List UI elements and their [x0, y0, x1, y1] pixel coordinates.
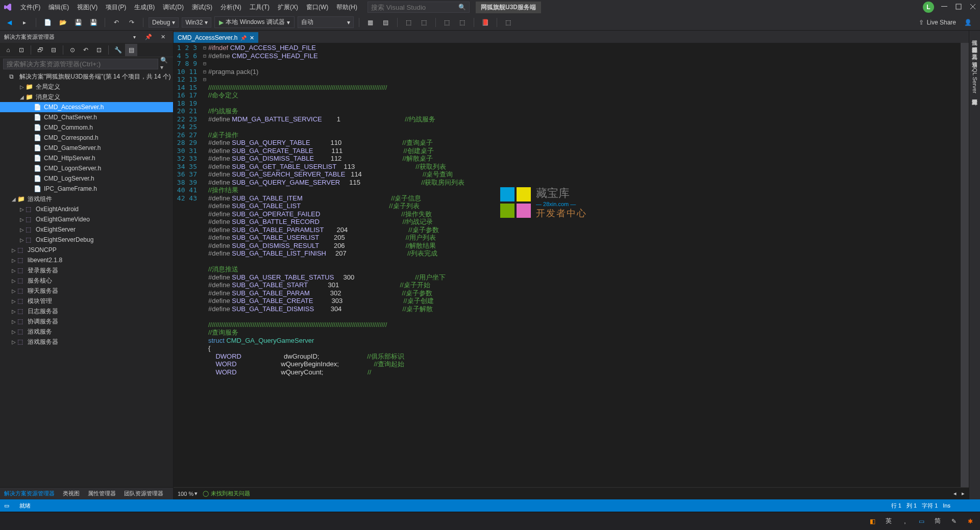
- auto-dropdown[interactable]: 自动▾: [298, 16, 354, 28]
- menu-item[interactable]: 调试(D): [159, 2, 188, 13]
- twister-icon[interactable]: ▷: [10, 247, 17, 253]
- status-line[interactable]: 行 1: [891, 502, 901, 510]
- tb-icon-5[interactable]: ⬚: [441, 16, 453, 29]
- tree-row[interactable]: ⧉解决方案"网狐旗舰U3D服务端"(第 14 个项目，共 14 个): [0, 71, 173, 82]
- tree-row[interactable]: ▷⬚OxEightServerDebug: [0, 235, 173, 245]
- twister-icon[interactable]: ▷: [10, 278, 17, 284]
- tree-row[interactable]: ◢📁消息定义: [0, 92, 173, 102]
- tree-row[interactable]: ▷⬚libevent2.1.8: [0, 255, 173, 265]
- twister-icon[interactable]: ▷: [10, 319, 17, 324]
- tree-row[interactable]: ▷📁全局定义: [0, 82, 173, 92]
- tree-row[interactable]: ▷⬚服务核心: [0, 275, 173, 286]
- side-tab[interactable]: 属性: [970, 33, 979, 39]
- sync-icon[interactable]: ⊡: [15, 44, 28, 56]
- twister-icon[interactable]: ▷: [10, 258, 17, 263]
- menu-item[interactable]: 扩展(X): [274, 2, 302, 13]
- solution-tree[interactable]: ⧉解决方案"网狐旗舰U3D服务端"(第 14 个项目，共 14 个)▷📁全局定义…: [0, 70, 173, 487]
- menu-item[interactable]: 窗口(W): [302, 2, 332, 13]
- filter-icon[interactable]: ▤: [125, 44, 137, 56]
- close-icon[interactable]: ✕: [157, 31, 169, 43]
- twister-icon[interactable]: ▷: [18, 237, 26, 243]
- panel-tab[interactable]: 属性管理器: [84, 488, 120, 499]
- tb-icon-6[interactable]: ⬚: [456, 16, 469, 29]
- tb-icon-3[interactable]: ⬚: [403, 16, 415, 29]
- live-share-button[interactable]: ⇪ Live Share 👤: [914, 19, 977, 26]
- config-dropdown[interactable]: Debug▾: [149, 17, 179, 28]
- tree-row[interactable]: ▷⬚OxEightAndroid: [0, 204, 173, 214]
- open-icon[interactable]: 📂: [57, 16, 69, 29]
- tb-icon-7[interactable]: 📕: [479, 16, 492, 29]
- tree-row[interactable]: ▷⬚游戏服务: [0, 326, 173, 337]
- editor-tab[interactable]: CMD_AccessServer.h 📌 ✕: [174, 32, 258, 43]
- code-editor[interactable]: 1 2 3 4 5 6 7 8 9 10 11 12 13 14 15 16 1…: [174, 43, 969, 487]
- side-tab[interactable]: 通知: [970, 54, 979, 60]
- twister-icon[interactable]: ▷: [10, 339, 17, 345]
- save-icon[interactable]: 💾: [72, 16, 84, 29]
- tree-row[interactable]: 📄CMD_LogonServer.h: [0, 163, 173, 173]
- tb-icon-8[interactable]: ⬚: [502, 16, 514, 29]
- ime-icon[interactable]: 英: [883, 516, 894, 527]
- close-icon[interactable]: ✕: [250, 35, 254, 41]
- twister-icon[interactable]: ◢: [10, 196, 17, 202]
- side-tab[interactable]: 工具箱: [970, 47, 979, 53]
- pin-icon[interactable]: 📌: [142, 31, 155, 43]
- tree-row[interactable]: 📄CMD_ChatServer.h: [0, 112, 173, 122]
- tree-row[interactable]: ▷⬚OxEightServer: [0, 224, 173, 235]
- tray-icon[interactable]: ,: [899, 516, 911, 527]
- tree-row[interactable]: 📄CMD_HttpServer.h: [0, 153, 173, 163]
- tree-row[interactable]: ▷⬚协调服务器: [0, 316, 173, 326]
- start-debug-button[interactable]: ▶本地 Windows 调试器▾: [214, 16, 294, 28]
- tree-row[interactable]: ▷⬚游戏服务器: [0, 337, 173, 347]
- status-ins[interactable]: Ins: [943, 502, 950, 509]
- tray-icon[interactable]: 简: [932, 516, 943, 527]
- nav-next-icon[interactable]: ▸: [962, 490, 965, 497]
- twister-icon[interactable]: ▷: [18, 207, 26, 212]
- search-input[interactable]: [371, 4, 453, 11]
- save-all-icon[interactable]: 💾: [87, 16, 100, 29]
- twister-icon[interactable]: ▷: [10, 298, 17, 304]
- box-icon[interactable]: ▭: [4, 502, 9, 509]
- status-col[interactable]: 列 1: [906, 502, 917, 510]
- panel-tab[interactable]: 团队资源管理器: [120, 488, 167, 499]
- refresh-icon[interactable]: 🗗: [34, 44, 46, 56]
- zoom-dropdown[interactable]: 100 %▾: [178, 490, 198, 497]
- undo-icon[interactable]: ↶: [110, 16, 122, 29]
- tree-row[interactable]: ▷⬚OxEightGameVideo: [0, 214, 173, 224]
- redo-icon[interactable]: ↷: [126, 16, 138, 29]
- tb-icon-4[interactable]: ⬚: [418, 16, 430, 29]
- menu-item[interactable]: 帮助(H): [332, 2, 361, 13]
- nav-fwd-icon[interactable]: ▸: [18, 16, 31, 29]
- side-tab[interactable]: SQL Server 对象资源管理器: [970, 61, 979, 98]
- tree-row[interactable]: 📄CMD_AccessServer.h: [0, 102, 173, 112]
- menu-item[interactable]: 编辑(E): [44, 2, 73, 13]
- twister-icon[interactable]: ▷: [18, 217, 26, 222]
- menu-item[interactable]: 文件(F): [16, 2, 44, 13]
- tb-icon-2[interactable]: ▤: [380, 16, 392, 29]
- tree-row[interactable]: ▷⬚模块管理: [0, 296, 173, 306]
- tree-row[interactable]: ▷⬚JSONCPP: [0, 245, 173, 255]
- nav-prev-icon[interactable]: ◂: [953, 490, 957, 497]
- panel-tab[interactable]: 解决方案资源管理器: [0, 488, 59, 499]
- tray-icon[interactable]: ✱: [965, 516, 976, 527]
- pin-icon[interactable]: 📌: [240, 35, 247, 41]
- tree-row[interactable]: ◢📁游戏组件: [0, 194, 173, 204]
- scrollbar-v[interactable]: [961, 43, 969, 487]
- twister-icon[interactable]: ▷: [10, 288, 17, 294]
- menu-item[interactable]: 工具(T): [246, 2, 274, 13]
- twister-icon[interactable]: ▷: [10, 329, 17, 335]
- twister-icon[interactable]: ▷: [10, 309, 17, 314]
- minimize-icon[interactable]: [941, 4, 948, 11]
- menu-item[interactable]: 项目(P): [102, 2, 130, 13]
- tree-row[interactable]: ▷⬚聊天服务器: [0, 286, 173, 296]
- show-all-icon[interactable]: ⊙: [66, 44, 79, 56]
- menu-item[interactable]: 分析(N): [216, 2, 246, 13]
- tb-icon-1[interactable]: ▦: [364, 16, 377, 29]
- tree-row[interactable]: 📄CMD_Correspond.h: [0, 133, 173, 143]
- user-avatar[interactable]: L: [923, 2, 934, 13]
- tray-icon[interactable]: ✎: [948, 516, 960, 527]
- tree-row[interactable]: ▷⬚登录服务器: [0, 265, 173, 275]
- tree-row[interactable]: ▷⬚日志服务器: [0, 306, 173, 316]
- wrench-icon[interactable]: 🔧: [112, 44, 124, 56]
- tray-icon[interactable]: ◧: [867, 516, 878, 527]
- status-char[interactable]: 字符 1: [922, 502, 938, 510]
